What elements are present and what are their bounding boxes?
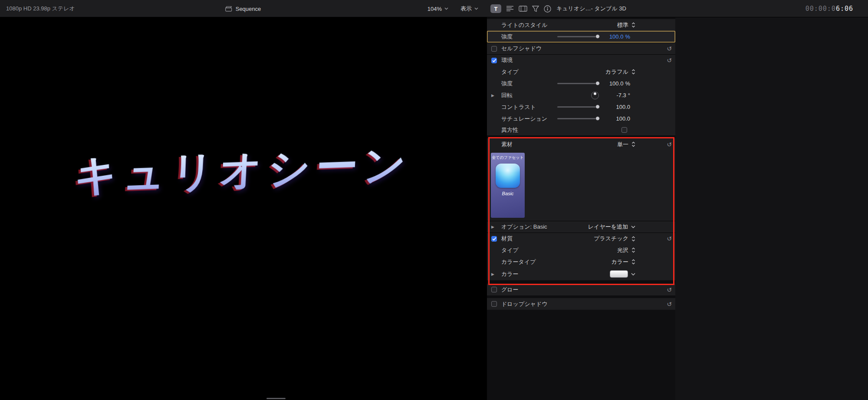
anisotropy-checkbox[interactable] [621, 127, 627, 133]
rotation-label: 回転 [501, 92, 513, 99]
row-material-header: 素材 単一 ↺ [487, 138, 675, 150]
empty-panel-area [675, 17, 868, 400]
row-contrast: コントラスト 100.0 [487, 101, 675, 113]
popup-chevrons-icon [631, 69, 635, 75]
viewer-scroll-handle[interactable] [266, 398, 286, 399]
project-format-label: 1080p HD 23.98p ステレオ [6, 5, 75, 13]
environment-checkbox[interactable] [491, 58, 497, 63]
tab-filter-inspector[interactable] [532, 6, 539, 12]
env-intensity-value-field[interactable]: 100.0 % [609, 80, 630, 87]
disclosure-icon[interactable]: ▶ [491, 225, 494, 229]
material-thumbnail-basic[interactable] [496, 164, 520, 188]
env-type-label: タイプ [501, 68, 519, 76]
env-intensity-slider[interactable] [557, 83, 598, 84]
substance-label: 材質 [501, 235, 513, 243]
tab-format-inspector[interactable] [506, 6, 514, 12]
reset-icon[interactable]: ↺ [667, 287, 672, 293]
env-type-popup[interactable]: カラフル [605, 68, 635, 76]
light-style-label: ライトのスタイル [501, 21, 547, 29]
zoom-popup[interactable]: 104% [427, 6, 448, 12]
add-layer-pulldown[interactable]: レイヤーを追加 [588, 223, 635, 231]
anisotropy-label: 異方性 [501, 126, 518, 134]
material-name-label: Basic [491, 191, 525, 196]
slider-thumb[interactable] [595, 116, 600, 121]
facet-scope-label: 全てのファセット [491, 153, 525, 161]
color-well[interactable] [610, 270, 628, 278]
reset-icon[interactable]: ↺ [667, 141, 672, 148]
popup-chevrons-icon [631, 247, 635, 253]
drop-shadow-checkbox[interactable] [491, 301, 497, 307]
viewer-toolbar: 1080p HD 23.98p ステレオ Sequence 104% 表示 [0, 0, 486, 17]
row-env-intensity: 強度 100.0 % [487, 78, 675, 89]
saturation-value-field[interactable]: 100.0 [616, 115, 630, 122]
fcp-window: 1080p HD 23.98p ステレオ Sequence 104% 表示 [0, 0, 868, 400]
substance-checkbox[interactable] [491, 236, 497, 242]
glow-checkbox[interactable] [491, 287, 497, 292]
row-light-style: ライトのスタイル 標準 [487, 19, 675, 31]
self-shadow-checkbox[interactable] [491, 46, 497, 52]
row-environment: 環境 ↺ [487, 54, 675, 66]
environment-label: 環境 [501, 56, 513, 64]
slider-thumb[interactable] [595, 34, 600, 39]
slider-thumb[interactable] [595, 81, 600, 85]
row-anisotropy: 異方性 [487, 125, 675, 135]
viewer-canvas[interactable]: キュリオシーン [0, 17, 486, 400]
row-saturation: サチュレーション 100.0 [487, 113, 675, 125]
color-type-popup[interactable]: カラー [611, 258, 635, 266]
inspector-panel: ライトのスタイル 標準 強度 100.0 % セルフシャドウ ↺ [487, 17, 675, 400]
tab-video-inspector[interactable] [519, 5, 527, 12]
saturation-slider[interactable] [557, 118, 598, 119]
color-label: カラー [501, 270, 519, 278]
substance-popup[interactable]: プラスチック [594, 235, 635, 243]
popup-chevrons-icon [631, 259, 635, 265]
slider-thumb[interactable] [595, 105, 600, 109]
inspector-selection-title: キュリオシ…- タンブル 3D [556, 5, 626, 13]
mat-type-popup[interactable]: 光沢 [617, 246, 635, 254]
row-intensity-light: 強度 100.0 % [487, 31, 675, 43]
popup-chevrons-icon [631, 141, 635, 147]
env-intensity-label: 強度 [501, 80, 513, 88]
view-label: 表示 [460, 5, 472, 13]
glow-label: グロー [501, 286, 519, 294]
row-rotation: ▶ 回転 -7.3 ° [487, 89, 675, 101]
tab-info-inspector[interactable] [544, 5, 551, 13]
saturation-label: サチュレーション [501, 115, 547, 123]
rotation-value-field[interactable]: -7.3 ° [616, 92, 630, 98]
chevron-down-icon [631, 226, 635, 228]
timecode-display: 00:00:06:06 [806, 0, 853, 17]
drop-shadow-label: ドロップシャドウ [501, 300, 547, 308]
row-env-type: タイプ カラフル [487, 66, 675, 78]
rotation-dial[interactable] [591, 92, 599, 99]
disclosure-icon[interactable]: ▶ [491, 93, 494, 98]
contrast-slider[interactable] [557, 106, 598, 108]
view-popup[interactable]: 表示 [460, 5, 478, 13]
reset-icon[interactable]: ↺ [667, 236, 672, 242]
row-glow: グロー ↺ [487, 284, 675, 295]
zoom-value: 104% [427, 6, 442, 12]
disclosure-icon[interactable]: ▶ [491, 272, 494, 276]
top-toolbar: 1080p HD 23.98p ステレオ Sequence 104% 表示 [0, 0, 868, 17]
mat-type-label: タイプ [501, 246, 519, 254]
intensity-slider[interactable] [557, 36, 598, 37]
row-self-shadow: セルフシャドウ ↺ [487, 43, 675, 54]
intensity-value-field[interactable]: 100.0 % [609, 33, 630, 40]
row-mat-type: タイプ 光沢 [487, 244, 675, 256]
row-substance: 材質 プラスチック ↺ [487, 233, 675, 244]
options-label: オプション: Basic [501, 223, 547, 231]
sequence-title: Sequence [236, 6, 261, 12]
intensity-label: 強度 [501, 33, 513, 41]
reset-icon[interactable]: ↺ [667, 57, 672, 63]
facet-card-basic[interactable]: 全てのファセット Basic [491, 153, 525, 218]
material-mode-popup[interactable]: 単一 [617, 141, 635, 148]
reset-icon[interactable]: ↺ [667, 301, 672, 307]
light-style-popup[interactable]: 標準 [617, 21, 635, 29]
tab-text-inspector[interactable]: T [490, 4, 501, 13]
timecode-bright: 6:06 [836, 5, 853, 13]
3d-title-text[interactable]: キュリオシーン [0, 134, 487, 207]
row-color: ▶ カラー [487, 268, 675, 280]
material-label: 素材 [501, 141, 513, 148]
reset-icon[interactable]: ↺ [667, 46, 672, 52]
contrast-label: コントラスト [501, 103, 536, 111]
contrast-value-field[interactable]: 100.0 [616, 104, 630, 110]
chevron-down-icon[interactable] [631, 273, 635, 275]
